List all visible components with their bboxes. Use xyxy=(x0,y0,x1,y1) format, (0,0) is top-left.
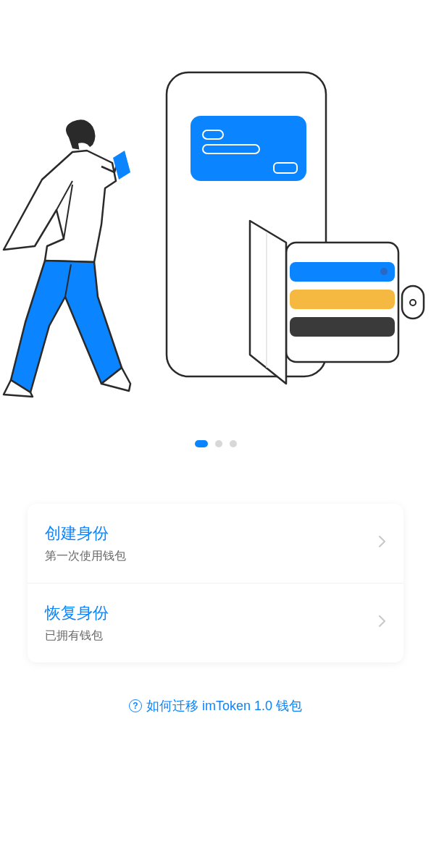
options-card: 创建身份 第一次使用钱包 恢复身份 已拥有钱包 xyxy=(28,504,403,662)
question-circle-icon: ? xyxy=(129,699,142,712)
carousel-dots xyxy=(0,405,431,482)
chevron-right-icon xyxy=(379,615,386,631)
onboarding-illustration xyxy=(0,0,431,405)
option-text-group: 恢复身份 已拥有钱包 xyxy=(45,602,109,644)
help-link-text: 如何迁移 imToken 1.0 钱包 xyxy=(146,697,302,715)
svg-point-7 xyxy=(380,268,388,275)
option-text-group: 创建身份 第一次使用钱包 xyxy=(45,523,126,564)
restore-identity-option[interactable]: 恢复身份 已拥有钱包 xyxy=(28,583,403,662)
create-identity-title: 创建身份 xyxy=(45,523,126,544)
svg-rect-1 xyxy=(191,116,306,181)
migration-help-link[interactable]: ? 如何迁移 imToken 1.0 钱包 xyxy=(0,697,431,715)
svg-rect-6 xyxy=(290,262,395,282)
svg-rect-9 xyxy=(290,317,395,337)
carousel-dot-3[interactable] xyxy=(230,440,237,447)
carousel-dot-1[interactable] xyxy=(195,440,208,447)
create-identity-option[interactable]: 创建身份 第一次使用钱包 xyxy=(28,504,403,583)
restore-identity-subtitle: 已拥有钱包 xyxy=(45,628,109,644)
svg-rect-8 xyxy=(290,290,395,309)
restore-identity-title: 恢复身份 xyxy=(45,602,109,624)
carousel-dot-2[interactable] xyxy=(215,440,222,447)
create-identity-subtitle: 第一次使用钱包 xyxy=(45,549,126,564)
svg-rect-10 xyxy=(402,286,424,319)
chevron-right-icon xyxy=(379,536,386,551)
